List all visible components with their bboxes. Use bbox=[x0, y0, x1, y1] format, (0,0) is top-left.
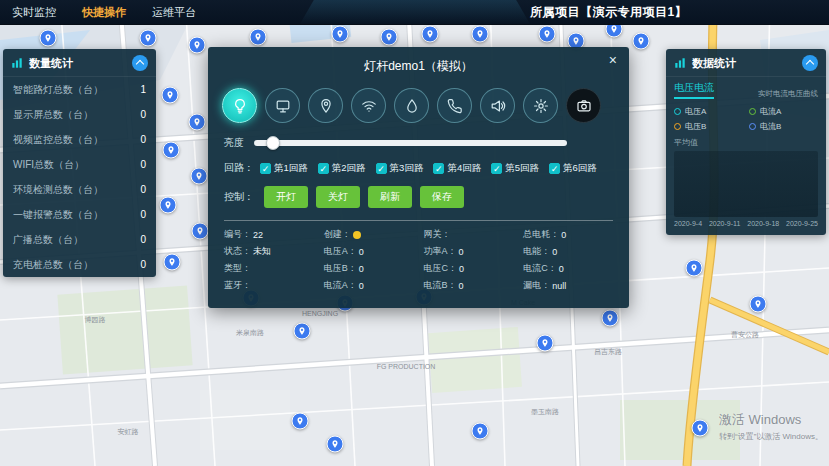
watermark-line2: 转到“设置”以激活 Windows。 bbox=[719, 431, 823, 442]
collapse-data-button[interactable] bbox=[802, 55, 818, 71]
info-cell: 电能：0 bbox=[523, 245, 613, 258]
x-axis-ticks: 2020-9-42020-9-112020-9-182020-9-25 bbox=[674, 220, 818, 227]
modal-header: 灯杆demo1（模拟） × bbox=[208, 47, 629, 79]
loop-label-text: 第3回路 bbox=[390, 162, 424, 175]
info-value: 0 bbox=[359, 264, 364, 274]
map-marker[interactable] bbox=[162, 87, 179, 104]
tab-voltage-current[interactable]: 电压电流 bbox=[674, 81, 714, 99]
map-marker[interactable] bbox=[332, 26, 349, 43]
stat-row: WIFI总数（台）0 bbox=[3, 152, 156, 177]
info-key: 电压B： bbox=[324, 262, 357, 275]
checkbox-icon: ✓ bbox=[491, 163, 502, 174]
stat-value: 0 bbox=[140, 109, 146, 120]
chevron-up-icon bbox=[136, 60, 144, 68]
info-cell: 电流B：0 bbox=[424, 279, 514, 292]
control-row: 控制： 开灯关灯刷新保存 bbox=[208, 177, 629, 212]
nav-item-quick-operations[interactable]: 快捷操作 bbox=[82, 5, 126, 20]
info-key: 创建： bbox=[324, 228, 351, 241]
map-marker[interactable] bbox=[327, 436, 344, 453]
map-marker[interactable] bbox=[602, 310, 619, 327]
info-value: 未知 bbox=[253, 245, 271, 258]
control-button[interactable]: 关灯 bbox=[316, 186, 360, 208]
map-marker[interactable] bbox=[140, 30, 157, 47]
loop-checkbox[interactable]: ✓第6回路 bbox=[549, 162, 597, 175]
map-marker[interactable] bbox=[189, 114, 206, 131]
map-marker[interactable] bbox=[750, 296, 767, 313]
map-marker[interactable] bbox=[164, 254, 181, 271]
nav-item-ops-platform[interactable]: 运维平台 bbox=[152, 5, 196, 20]
bulb-icon[interactable] bbox=[222, 88, 257, 123]
collapse-stats-button[interactable] bbox=[132, 55, 148, 71]
control-button[interactable]: 开灯 bbox=[264, 186, 308, 208]
map-marker[interactable] bbox=[192, 223, 209, 240]
info-column: 网关：功率A：0电压C：0电流B：0 bbox=[424, 228, 514, 292]
stats-list: 智能路灯总数（台）1显示屏总数（台）0视频监控总数（台）0WIFI总数（台）0环… bbox=[3, 77, 156, 277]
gear-icon[interactable] bbox=[523, 88, 558, 123]
lamp-pole-modal: 灯杆demo1（模拟） × 亮度 回路： ✓第1回路✓第2回路✓第3回路✓第4回… bbox=[208, 47, 629, 308]
chevron-up-icon bbox=[806, 60, 814, 68]
map-road-label: 米泉南路 bbox=[236, 328, 264, 338]
close-icon[interactable]: × bbox=[609, 53, 617, 67]
map-marker[interactable] bbox=[633, 33, 650, 50]
legend-label: 电压B bbox=[685, 121, 706, 132]
map-marker[interactable] bbox=[472, 423, 489, 440]
legend-item[interactable]: 电流A bbox=[749, 106, 818, 117]
legend-item[interactable]: 电压A bbox=[674, 106, 743, 117]
water-drop-icon[interactable] bbox=[394, 88, 429, 123]
stat-label: 充电桩总数（台） bbox=[13, 258, 93, 272]
map-road-label: 墨玉南路 bbox=[531, 407, 559, 417]
loop-checkbox[interactable]: ✓第4回路 bbox=[433, 162, 481, 175]
map-marker[interactable] bbox=[191, 168, 208, 185]
bar-chart-icon bbox=[11, 57, 23, 69]
stat-label: 显示屏总数（台） bbox=[13, 108, 93, 122]
info-value: 0 bbox=[359, 247, 364, 257]
map-marker[interactable] bbox=[472, 26, 489, 43]
screen-icon[interactable] bbox=[265, 88, 300, 123]
map-marker[interactable] bbox=[160, 197, 177, 214]
loop-checkbox[interactable]: ✓第3回路 bbox=[376, 162, 424, 175]
legend-item[interactable]: 电压B bbox=[674, 121, 743, 132]
map-marker[interactable] bbox=[294, 323, 311, 340]
legend-label: 电流A bbox=[760, 106, 781, 117]
map-marker[interactable] bbox=[692, 420, 709, 437]
data-panel: 数据统计 电压电流 实时电流电压曲线 电压A电流A电压B电流B 平均值 2020… bbox=[666, 49, 826, 235]
map-marker[interactable] bbox=[189, 37, 206, 54]
loop-checkbox[interactable]: ✓第1回路 bbox=[260, 162, 308, 175]
broadcast-icon[interactable] bbox=[480, 88, 515, 123]
phone-icon[interactable] bbox=[437, 88, 472, 123]
map-marker[interactable] bbox=[539, 26, 556, 43]
loop-checkbox[interactable]: ✓第5回路 bbox=[491, 162, 539, 175]
stat-row: 智能路灯总数（台）1 bbox=[3, 77, 156, 102]
map-marker[interactable] bbox=[381, 29, 398, 46]
legend-item[interactable]: 电流B bbox=[749, 121, 818, 132]
legend-swatch-icon bbox=[749, 123, 756, 130]
info-value: 0 bbox=[559, 264, 564, 274]
map-marker[interactable] bbox=[686, 260, 703, 277]
stat-row: 环境检测总数（台）0 bbox=[3, 177, 156, 202]
stat-value: 0 bbox=[140, 184, 146, 195]
brightness-slider[interactable] bbox=[254, 140, 567, 146]
map-marker[interactable] bbox=[537, 335, 554, 352]
camera-icon[interactable] bbox=[566, 88, 601, 123]
loop-checkbox[interactable]: ✓第2回路 bbox=[318, 162, 366, 175]
x-axis-tick: 2020-9-25 bbox=[786, 220, 818, 227]
stat-row: 视频监控总数（台）0 bbox=[3, 127, 156, 152]
stat-value: 0 bbox=[140, 209, 146, 220]
control-buttons: 开灯关灯刷新保存 bbox=[264, 186, 464, 208]
nav-item-realtime-monitor[interactable]: 实时监控 bbox=[12, 5, 56, 20]
loop-row: 回路： ✓第1回路✓第2回路✓第3回路✓第4回路✓第5回路✓第6回路 bbox=[208, 152, 629, 177]
map-marker[interactable] bbox=[422, 26, 439, 43]
map-marker[interactable] bbox=[250, 29, 267, 46]
average-label: 平均值 bbox=[674, 137, 818, 148]
slider-handle[interactable] bbox=[266, 136, 280, 150]
location-icon[interactable] bbox=[308, 88, 343, 123]
control-button[interactable]: 刷新 bbox=[368, 186, 412, 208]
control-button[interactable]: 保存 bbox=[420, 186, 464, 208]
info-key: 总电耗： bbox=[523, 228, 559, 241]
chart-tabs: 电压电流 实时电流电压曲线 bbox=[674, 81, 818, 99]
info-value: null bbox=[552, 281, 566, 291]
map-marker[interactable] bbox=[163, 142, 180, 159]
map-marker[interactable] bbox=[292, 413, 309, 430]
map-marker[interactable] bbox=[40, 30, 57, 47]
wifi-icon[interactable] bbox=[351, 88, 386, 123]
